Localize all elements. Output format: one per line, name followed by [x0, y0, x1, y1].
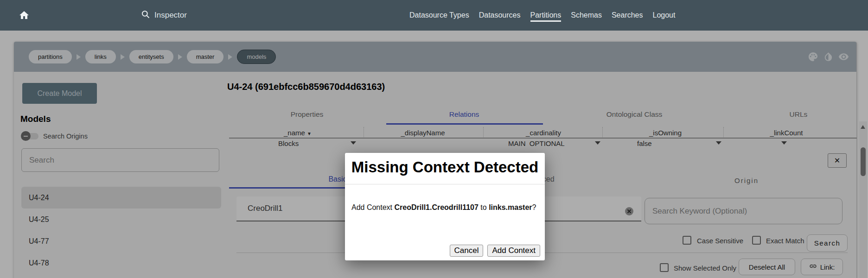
search-icon — [141, 10, 150, 21]
dialog-title: Missing Context Detected — [345, 158, 545, 176]
nav-searches[interactable]: Searches — [612, 9, 643, 21]
add-context-button[interactable]: Add Context — [487, 245, 540, 257]
cancel-button[interactable]: Cancel — [450, 245, 484, 257]
global-search[interactable]: Inspector — [141, 0, 187, 31]
nav-logout[interactable]: Logout — [653, 9, 676, 21]
app-title: Inspector — [154, 11, 187, 20]
target-name: links.master — [489, 203, 532, 211]
message-middle: to — [479, 203, 489, 211]
message-prefix: Add Context — [351, 203, 395, 211]
home-icon[interactable] — [19, 10, 30, 21]
top-navbar: Inspector Datasource Types Datasources P… — [0, 0, 868, 31]
missing-context-dialog: Missing Context Detected Add Context Cre… — [345, 153, 545, 260]
dialog-divider — [345, 184, 545, 184]
dialog-message: Add Context CreoDrill1.Creodrill1107 to … — [351, 203, 538, 212]
nav-schemas[interactable]: Schemas — [571, 9, 602, 21]
nav-datasources[interactable]: Datasources — [479, 9, 521, 21]
dialog-actions: Cancel Add Context — [450, 245, 540, 257]
context-name: CreoDrill1.Creodrill1107 — [395, 203, 479, 211]
nav-datasource-types[interactable]: Datasource Types — [409, 9, 469, 21]
app-window: Inspector Datasource Types Datasources P… — [0, 0, 868, 278]
nav-partitions[interactable]: Partitions — [530, 9, 562, 22]
message-suffix: ? — [532, 203, 536, 211]
nav-links: Datasource Types Datasources Partitions … — [409, 0, 675, 31]
